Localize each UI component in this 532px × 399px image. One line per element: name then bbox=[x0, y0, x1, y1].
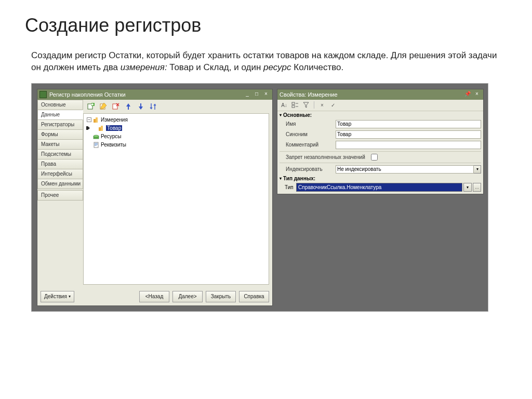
categorize-icon[interactable] bbox=[290, 100, 300, 110]
tab-prochee[interactable]: Прочее bbox=[37, 190, 83, 201]
tab-podsistemy[interactable]: Подсистемы bbox=[37, 149, 83, 159]
type-dropdown-icon[interactable]: ▾ bbox=[463, 183, 472, 192]
svg-rect-6 bbox=[99, 127, 101, 131]
group-tip-dannykh[interactable]: Тип данных: bbox=[277, 175, 483, 182]
prop-row-index: Индексировать Не индексировать ▾ bbox=[277, 164, 483, 175]
dropdown-icon[interactable]: ▾ bbox=[474, 165, 481, 174]
help-button[interactable]: Справка bbox=[239, 291, 269, 302]
restore-button[interactable]: □ bbox=[252, 91, 261, 98]
tab-prava[interactable]: Права bbox=[37, 159, 83, 169]
register-window: Регистр накопления Остатки _ □ × Основны… bbox=[37, 89, 273, 306]
close-button[interactable]: × bbox=[262, 91, 270, 98]
tree-pane[interactable]: − Измерения Товар bbox=[83, 113, 269, 285]
svg-rect-3 bbox=[113, 104, 117, 109]
titlebar-right[interactable]: Свойства: Измерение 📌 × bbox=[277, 89, 483, 100]
requisite-icon bbox=[93, 142, 99, 148]
titlebar-left[interactable]: Регистр накопления Остатки _ □ × bbox=[37, 89, 272, 100]
svg-rect-4 bbox=[94, 119, 96, 123]
tab-obmen[interactable]: Обмен данными bbox=[37, 179, 83, 189]
svg-rect-7 bbox=[101, 126, 103, 131]
svg-rect-12 bbox=[292, 105, 295, 108]
properties-panel: Свойства: Измерение 📌 × A↓ × ✓ Основные:… bbox=[277, 89, 484, 194]
next-button[interactable]: Далее> bbox=[172, 291, 203, 302]
tab-formy[interactable]: Формы bbox=[37, 129, 83, 140]
window-title-left: Регистр накопления Остатки bbox=[49, 91, 126, 98]
tree-node-resursy[interactable]: Ресурсы bbox=[87, 132, 265, 141]
back-button[interactable]: <Назад bbox=[139, 291, 169, 302]
resource-icon bbox=[93, 134, 99, 140]
close-form-button[interactable]: Закрыть bbox=[206, 291, 236, 302]
label-name: Имя bbox=[286, 121, 334, 127]
input-synonym[interactable] bbox=[336, 130, 481, 139]
footer-buttons: Действия <Назад Далее> Закрыть Справка bbox=[37, 288, 272, 305]
tabs-column: Основные Данные Регистраторы Формы Макет… bbox=[37, 100, 83, 288]
sort-icon[interactable] bbox=[149, 102, 158, 111]
move-down-icon[interactable] bbox=[136, 102, 145, 111]
svg-point-9 bbox=[94, 135, 99, 137]
prop-row-name: Имя bbox=[277, 119, 483, 129]
actions-button[interactable]: Действия bbox=[41, 291, 74, 302]
label-deny-empty: Запрет незаполненных значений bbox=[286, 154, 369, 160]
delete-icon[interactable] bbox=[111, 102, 121, 111]
prop-row-comment: Комментарий bbox=[277, 140, 483, 150]
filter-icon[interactable] bbox=[301, 100, 311, 110]
type-ellipsis-button[interactable]: … bbox=[473, 183, 481, 192]
app-workspace: Регистр накопления Остатки _ □ × Основны… bbox=[31, 83, 488, 312]
cancel-edit-icon[interactable]: × bbox=[317, 100, 327, 110]
properties-toolbar: A↓ × ✓ bbox=[277, 100, 483, 111]
tree-node-izmereniya[interactable]: − Измерения bbox=[87, 116, 265, 124]
current-marker-icon bbox=[86, 126, 89, 130]
svg-rect-11 bbox=[292, 102, 295, 104]
tab-registratory[interactable]: Регистраторы bbox=[37, 119, 83, 130]
tab-osnovnye[interactable]: Основные bbox=[37, 100, 83, 110]
sort-alpha-icon[interactable]: A↓ bbox=[280, 100, 289, 110]
pin-icon[interactable]: 📌 bbox=[463, 91, 472, 98]
input-comment[interactable] bbox=[336, 141, 481, 149]
add-icon[interactable] bbox=[86, 102, 96, 111]
tree-node-tovar[interactable]: Товар bbox=[87, 124, 265, 132]
label-synonym: Синоним bbox=[286, 131, 334, 137]
input-name[interactable] bbox=[336, 120, 481, 128]
app-icon bbox=[39, 91, 47, 98]
window-title-right: Свойства: Измерение bbox=[280, 91, 338, 98]
apply-edit-icon[interactable]: ✓ bbox=[328, 100, 338, 110]
group-osnovnye[interactable]: Основные: bbox=[277, 111, 483, 119]
dimension-icon bbox=[93, 117, 99, 123]
prop-row-type: Тип СправочникСсылка.Номенклатура ▾ … bbox=[277, 182, 483, 194]
tab-makety[interactable]: Макеты bbox=[37, 139, 83, 150]
collapse-icon[interactable]: − bbox=[87, 117, 91, 122]
svg-rect-5 bbox=[96, 117, 98, 123]
checkbox-deny-empty[interactable] bbox=[371, 154, 378, 161]
tree-node-rekvizity[interactable]: Реквизиты bbox=[87, 141, 265, 149]
slide-description: Создадим регистр Остатки, который будет … bbox=[0, 43, 532, 83]
tab-dannye[interactable]: Данные bbox=[37, 110, 83, 120]
move-up-icon[interactable] bbox=[124, 102, 133, 111]
edit-icon[interactable] bbox=[99, 102, 108, 111]
item-icon bbox=[98, 125, 104, 131]
label-comment: Комментарий bbox=[286, 142, 334, 148]
close-panel-button[interactable]: × bbox=[473, 91, 481, 98]
input-type[interactable]: СправочникСсылка.Номенклатура bbox=[296, 183, 462, 192]
label-index: Индексировать bbox=[286, 166, 334, 172]
slide-title: Создание регистров bbox=[0, 0, 532, 43]
minimize-button[interactable]: _ bbox=[243, 91, 251, 98]
select-index[interactable]: Не индексировать bbox=[336, 165, 474, 174]
label-type: Тип bbox=[280, 184, 295, 190]
prop-row-synonym: Синоним bbox=[277, 129, 483, 140]
tab-interfeysy[interactable]: Интерфейсы bbox=[37, 169, 83, 179]
toolbar-left bbox=[83, 100, 272, 113]
prop-row-deny-empty: Запрет незаполненных значений bbox=[277, 153, 483, 162]
